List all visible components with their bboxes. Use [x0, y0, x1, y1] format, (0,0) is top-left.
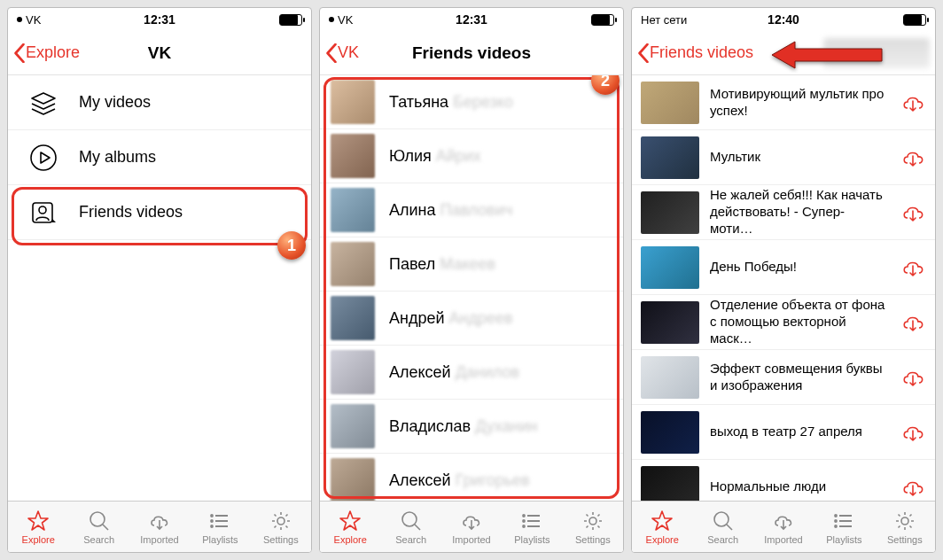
download-button[interactable]	[900, 367, 926, 388]
tab-settings[interactable]: Settings	[875, 502, 935, 552]
cloud-download-icon	[900, 257, 925, 278]
screen-friends-list: VK 12:31 VK Friends videos Татьяна Берез…	[319, 7, 624, 553]
friend-row[interactable]: Андрей Андреев	[320, 292, 623, 346]
video-row[interactable]: Не жалей себя!!! Как начать действовать!…	[632, 185, 935, 240]
download-button[interactable]	[900, 147, 926, 168]
battery-icon	[903, 14, 926, 26]
friend-name: Павел Макеев	[389, 255, 495, 274]
menu-friends-videos[interactable]: Friends videos	[8, 185, 311, 240]
blurred-title	[823, 38, 930, 68]
download-button[interactable]	[900, 477, 926, 498]
gear-icon	[269, 509, 292, 533]
svg-point-0	[31, 145, 56, 170]
tab-settings[interactable]: Settings	[251, 502, 311, 552]
video-row[interactable]: Отделение объекта от фона с помощью вект…	[632, 295, 935, 350]
menu-label: My videos	[79, 93, 151, 112]
tab-search[interactable]: Search	[68, 502, 129, 552]
download-button[interactable]	[900, 92, 926, 113]
menu-my-albums[interactable]: My albums	[8, 130, 311, 185]
svg-point-5	[211, 520, 213, 522]
video-thumbnail	[641, 191, 699, 234]
status-bar: Нет сети 12:40	[632, 8, 935, 31]
video-row[interactable]: Мотивирующий мультик про успех!	[632, 75, 935, 130]
video-row[interactable]: Нормальные люди	[632, 460, 935, 501]
screen-video-list: Нет сети 12:40 Friends videos Мотивирующ…	[631, 7, 936, 553]
screen-vk-menu: VK 12:31 Explore VK My videos My albums	[7, 7, 312, 553]
friend-name: Татьяна Березко	[389, 93, 513, 112]
tab-playlists[interactable]: Playlists	[814, 502, 874, 552]
friend-row[interactable]: Алексей Григорьев	[320, 454, 623, 501]
video-title: Эффект совмещения буквы и изображения	[710, 361, 889, 394]
cloud-download-icon	[900, 422, 925, 443]
friend-row[interactable]: Павел Макеев	[320, 237, 623, 292]
chevron-left-icon	[325, 43, 338, 63]
tab-imported[interactable]: Imported	[753, 502, 814, 552]
tab-search[interactable]: Search	[380, 502, 440, 552]
nav-bar: VK Friends videos	[320, 31, 623, 75]
friend-name: Алексей Данилов	[389, 363, 519, 382]
video-row[interactable]: День Победы!	[632, 240, 935, 295]
download-button[interactable]	[900, 202, 926, 223]
battery-icon	[279, 14, 302, 26]
video-title: Не жалей себя!!! Как начать действовать!…	[710, 187, 889, 237]
cloud-download-icon	[900, 92, 925, 113]
svg-point-10	[523, 520, 525, 522]
svg-point-13	[714, 512, 729, 526]
nav-bar: Explore VK	[8, 31, 311, 75]
tab-label: Explore	[22, 534, 55, 545]
chevron-left-icon	[637, 43, 650, 63]
tab-label: Settings	[887, 534, 923, 545]
back-button[interactable]: Friends videos	[637, 43, 753, 63]
video-thumbnail	[641, 82, 699, 124]
video-title: День Победы!	[710, 259, 889, 276]
download-button[interactable]	[900, 312, 926, 333]
friend-avatar	[331, 242, 375, 286]
tab-imported[interactable]: Imported	[129, 502, 190, 552]
video-row[interactable]: Эффект совмещения буквы и изображения	[632, 350, 935, 405]
video-thumbnail	[641, 466, 699, 502]
menu-my-videos[interactable]: My videos	[8, 75, 311, 130]
svg-point-7	[277, 517, 284, 525]
friend-name: Алина Павлович	[389, 201, 512, 220]
download-button[interactable]	[900, 422, 926, 443]
tab-explore[interactable]: Explore	[8, 502, 68, 552]
video-thumbnail	[641, 136, 699, 179]
tab-explore[interactable]: Explore	[632, 502, 692, 552]
tab-playlists[interactable]: Playlists	[502, 502, 562, 552]
tab-explore[interactable]: Explore	[320, 502, 380, 552]
content-area: Мотивирующий мультик про успех! Мультик …	[632, 75, 935, 501]
friend-row[interactable]: Татьяна Березко	[320, 75, 623, 129]
tab-label: Explore	[334, 534, 367, 545]
star-icon	[651, 509, 674, 533]
tab-label: Explore	[646, 534, 679, 545]
friend-row[interactable]: Алина Павлович	[320, 183, 623, 237]
friend-row[interactable]: Юлия Айрих	[320, 129, 623, 183]
back-label: Friends videos	[650, 43, 753, 62]
tab-label: Search	[83, 534, 114, 545]
video-title: Отделение объекта от фона с помощью вект…	[710, 297, 889, 346]
download-button[interactable]	[900, 257, 926, 278]
back-button[interactable]: VK	[325, 43, 359, 63]
cloud-download-icon	[148, 509, 171, 533]
friend-row[interactable]: Алексей Данилов	[320, 346, 623, 400]
tab-search[interactable]: Search	[692, 502, 752, 552]
video-thumbnail	[641, 411, 699, 454]
star-icon	[27, 509, 50, 533]
tab-bar: Explore Search Imported Playlists Settin…	[320, 501, 623, 552]
video-thumbnail	[641, 356, 699, 399]
tab-imported[interactable]: Imported	[441, 502, 502, 552]
back-button[interactable]: Explore	[13, 43, 80, 63]
carrier-label: Нет сети	[641, 13, 687, 27]
svg-point-11	[523, 525, 525, 527]
video-row[interactable]: выход в театр 27 апреля	[632, 405, 935, 460]
svg-point-3	[90, 512, 105, 526]
friend-avatar	[331, 404, 375, 448]
person-frame-icon	[27, 198, 59, 228]
cloud-download-icon	[900, 147, 925, 168]
status-time: 12:31	[88, 12, 231, 27]
tab-settings[interactable]: Settings	[563, 502, 623, 552]
tab-playlists[interactable]: Playlists	[190, 502, 250, 552]
friend-row[interactable]: Владислав Духанин	[320, 400, 623, 454]
video-row[interactable]: Мультик	[632, 130, 935, 185]
svg-point-15	[835, 520, 837, 522]
